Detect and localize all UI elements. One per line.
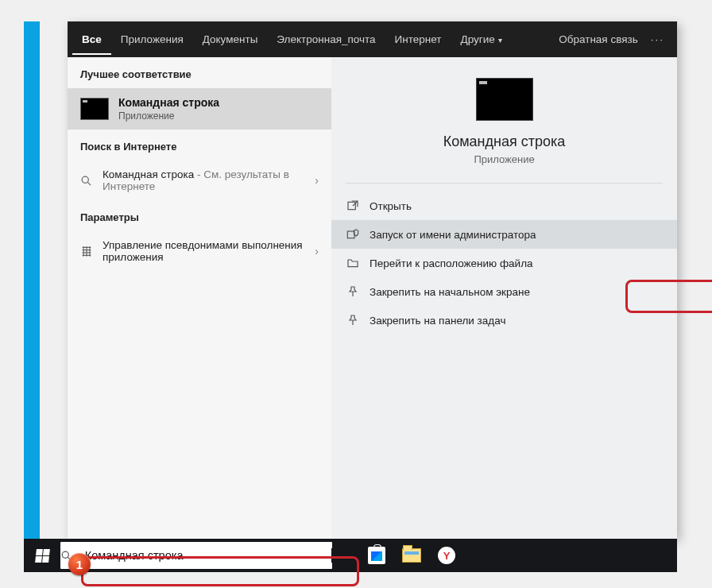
search-icon: [80, 175, 95, 187]
yandex-browser-icon: Y: [438, 547, 455, 564]
chevron-right-icon: ›: [315, 174, 319, 187]
settings-item[interactable]: Управление псевдонимами выполнения прило…: [68, 231, 331, 271]
text-cursor: [331, 548, 332, 563]
action-label: Закрепить на начальном экране: [370, 286, 530, 298]
chevron-down-icon: ▾: [498, 36, 502, 44]
tab-all[interactable]: Все: [72, 24, 111, 55]
store-icon: [368, 547, 385, 564]
action-open[interactable]: Открыть: [331, 191, 677, 220]
web-search-text: Командная строка - См. результаты в Инте…: [103, 168, 307, 192]
preview-subtitle: Приложение: [474, 153, 534, 165]
best-match-header: Лучшее соответствие: [68, 57, 331, 88]
feedback-link[interactable]: Обратная связь: [554, 33, 642, 45]
action-label: Закрепить на панели задач: [370, 315, 505, 327]
tab-other[interactable]: Другие▾: [451, 24, 511, 55]
action-label: Открыть: [370, 200, 412, 212]
web-search-item[interactable]: Командная строка - См. результаты в Инте…: [68, 161, 331, 200]
open-icon: [346, 199, 360, 213]
folder-location-icon: [346, 256, 360, 270]
alias-settings-icon: [80, 245, 95, 257]
more-icon[interactable]: ···: [643, 33, 672, 45]
file-explorer-icon: [402, 548, 421, 563]
preview-title: Командная строка: [443, 133, 566, 150]
windows-logo-icon: [35, 549, 50, 563]
taskbar: Y 1: [24, 539, 677, 572]
action-pin-start[interactable]: Закрепить на начальном экране: [331, 277, 677, 306]
divider: [346, 183, 663, 184]
taskbar-search-box[interactable]: [60, 542, 332, 569]
svg-point-14: [62, 551, 68, 558]
best-match-subtitle: Приложение: [118, 110, 219, 122]
accent-sidebar: [24, 21, 40, 547]
actions-list: Открыть Запуск от имени администратора П…: [331, 188, 677, 338]
best-match-item[interactable]: Командная строка Приложение: [68, 88, 331, 130]
svg-rect-11: [347, 231, 354, 238]
search-panel: Все Приложения Документы Электронная_поч…: [68, 21, 677, 539]
action-pin-taskbar[interactable]: Закрепить на панели задач: [331, 306, 677, 335]
cmd-preview-icon: [476, 78, 533, 121]
tab-internet[interactable]: Интернет: [385, 24, 451, 55]
chevron-right-icon: ›: [315, 245, 319, 257]
svg-rect-9: [348, 202, 355, 209]
action-run-as-admin[interactable]: Запуск от имени администратора: [331, 220, 677, 249]
start-button[interactable]: [24, 539, 60, 572]
tab-docs[interactable]: Документы: [193, 24, 268, 55]
preview-pane: Командная строка Приложение Открыть: [331, 57, 677, 539]
svg-point-0: [82, 176, 88, 183]
cmd-icon: [80, 98, 109, 120]
pin-icon: [346, 313, 360, 327]
taskbar-app-store[interactable]: [359, 539, 394, 572]
tab-apps[interactable]: Приложения: [111, 24, 193, 55]
settings-item-label: Управление псевдонимами выполнения прило…: [103, 239, 307, 263]
web-search-header: Поиск в Интернете: [68, 130, 331, 161]
taskbar-app-browser[interactable]: Y: [429, 539, 464, 572]
annotation-badge-1: 1: [68, 553, 91, 575]
svg-line-1: [87, 182, 91, 185]
settings-header: Параметры: [68, 200, 331, 231]
shield-admin-icon: [346, 227, 360, 242]
filter-tabs: Все Приложения Документы Электронная_поч…: [68, 21, 677, 57]
action-open-file-location[interactable]: Перейти к расположению файла: [331, 249, 677, 277]
action-label: Запуск от имени администратора: [370, 229, 536, 241]
best-match-title: Командная строка: [118, 96, 219, 109]
pin-icon: [346, 284, 360, 299]
action-label: Перейти к расположению файла: [370, 257, 533, 269]
results-left-pane: Лучшее соответствие Командная строка При…: [68, 57, 331, 539]
taskbar-app-explorer[interactable]: [394, 539, 429, 572]
taskbar-search-input[interactable]: [85, 549, 331, 562]
tab-email[interactable]: Электронная_почта: [267, 24, 385, 55]
